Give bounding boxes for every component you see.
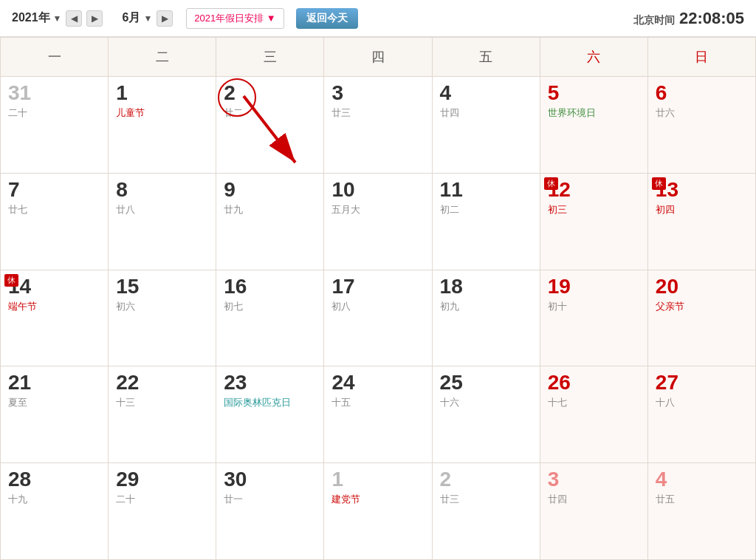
calendar-cell[interactable]: 4廿四 bbox=[432, 77, 540, 174]
day-number: 20 bbox=[656, 276, 748, 297]
day-number: 8 bbox=[116, 180, 208, 200]
calendar-cell[interactable]: 30廿一 bbox=[216, 463, 324, 560]
day-sublabel: 廿一 bbox=[224, 493, 316, 506]
day-number: 28 bbox=[8, 469, 100, 490]
calendar-header: 2021年 ▼ ◀ ▶ 6月 ▼ ▶ 2021年假日安排 ▼ 返回今天 北京时间… bbox=[0, 0, 756, 37]
calendar-cell[interactable]: 休14端午节 bbox=[1, 270, 109, 366]
calendar-cell[interactable]: 3廿四 bbox=[540, 463, 647, 560]
weekday-header-row: 一 二 三 四 五 六 日 bbox=[1, 38, 756, 77]
calendar-cell[interactable]: 22十三 bbox=[109, 366, 216, 463]
day-number: 10 bbox=[331, 180, 424, 200]
day-sublabel: 初八 bbox=[331, 300, 424, 313]
time-label: 北京时间 bbox=[633, 14, 675, 26]
calendar-cell[interactable]: 6廿六 bbox=[647, 77, 755, 174]
year-selector: 2021年 ▼ bbox=[12, 10, 61, 26]
calendar-week-3: 休14端午节15初六16初七17初八18初九19初十20父亲节 bbox=[1, 270, 756, 366]
day-sublabel: 二十 bbox=[116, 493, 208, 506]
calendar-cell[interactable]: 29二十 bbox=[109, 463, 216, 560]
calendar-cell[interactable]: 5世界环境日 bbox=[540, 77, 647, 174]
day-number: 4 bbox=[656, 469, 748, 490]
calendar-week-5: 28十九29二十30廿一1建党节2廿三3廿四4廿五 bbox=[1, 463, 756, 560]
calendar-table: 一 二 三 四 五 六 日 31二十1儿童节2廿二3廿三4廿四5世界环境日6廿六… bbox=[0, 37, 756, 560]
return-today-button[interactable]: 返回今天 bbox=[296, 8, 358, 29]
calendar-cell[interactable]: 23国际奥林匹克日 bbox=[216, 366, 324, 463]
day-number: 7 bbox=[8, 180, 100, 200]
year-dropdown[interactable]: ▼ bbox=[53, 13, 62, 24]
day-sublabel: 儿童节 bbox=[116, 106, 208, 120]
next-month-btn[interactable]: ▶ bbox=[157, 10, 173, 27]
day-number: 16 bbox=[224, 276, 316, 297]
calendar-cell[interactable]: 21夏至 bbox=[1, 366, 109, 463]
calendar-cell[interactable]: 休12初三 bbox=[540, 173, 647, 270]
header-left: 2021年 ▼ ◀ ▶ 6月 ▼ ▶ 2021年假日安排 ▼ 返回今天 bbox=[12, 8, 358, 29]
day-sublabel: 十五 bbox=[331, 396, 424, 409]
day-number: 13 bbox=[656, 180, 748, 200]
day-number: 14 bbox=[8, 276, 100, 297]
calendar-cell[interactable]: 31二十 bbox=[1, 77, 109, 174]
calendar-week-4: 21夏至22十三23国际奥林匹克日24十五25十六26十七27十八 bbox=[1, 366, 756, 463]
day-sublabel: 二十 bbox=[8, 106, 100, 120]
calendar-cell[interactable]: 20父亲节 bbox=[647, 270, 755, 366]
weekday-wed: 三 bbox=[216, 38, 324, 77]
calendar-cell[interactable]: 26十七 bbox=[540, 366, 647, 463]
weekday-thu: 四 bbox=[324, 38, 432, 77]
day-number: 3 bbox=[548, 469, 640, 490]
day-sublabel: 廿九 bbox=[224, 203, 316, 216]
calendar-cell[interactable]: 3廿三 bbox=[324, 77, 432, 174]
day-sublabel: 十九 bbox=[8, 493, 100, 506]
day-number: 19 bbox=[548, 276, 640, 297]
holiday-button[interactable]: 2021年假日安排 ▼ bbox=[186, 8, 284, 29]
day-sublabel: 十七 bbox=[548, 396, 640, 409]
day-number: 31 bbox=[8, 83, 100, 103]
weekday-fri: 五 bbox=[432, 38, 540, 77]
calendar-cell[interactable]: 11初二 bbox=[432, 173, 540, 270]
holiday-badge: 休 bbox=[652, 177, 666, 190]
day-number: 3 bbox=[331, 83, 424, 103]
calendar-cell[interactable]: 18初九 bbox=[432, 270, 540, 366]
calendar-body: 一 二 三 四 五 六 日 31二十1儿童节2廿二3廿三4廿四5世界环境日6廿六… bbox=[0, 37, 756, 560]
holiday-badge: 休 bbox=[544, 177, 558, 190]
day-sublabel: 廿八 bbox=[116, 203, 208, 216]
calendar-cell[interactable]: 28十九 bbox=[1, 463, 109, 560]
month-dropdown[interactable]: ▼ bbox=[143, 13, 152, 24]
day-number: 15 bbox=[116, 276, 208, 297]
day-number: 27 bbox=[656, 372, 748, 393]
day-sublabel: 初十 bbox=[548, 300, 640, 313]
calendar-cell[interactable]: 16初七 bbox=[216, 270, 324, 366]
next-year-btn[interactable]: ▶ bbox=[86, 10, 103, 27]
day-number: 22 bbox=[116, 372, 208, 393]
time-value: 22:08:05 bbox=[679, 9, 744, 27]
holiday-badge: 休 bbox=[4, 274, 18, 287]
day-number: 11 bbox=[440, 180, 532, 200]
day-number: 24 bbox=[331, 372, 424, 393]
day-number: 17 bbox=[331, 276, 424, 297]
calendar-cell[interactable]: 19初十 bbox=[540, 270, 647, 366]
day-sublabel: 初九 bbox=[440, 300, 532, 313]
calendar-cell[interactable]: 9廿九 bbox=[216, 173, 324, 270]
day-sublabel: 初六 bbox=[116, 300, 208, 313]
weekday-sun: 日 bbox=[647, 38, 755, 77]
calendar-cell[interactable]: 25十六 bbox=[432, 366, 540, 463]
calendar-cell[interactable]: 17初八 bbox=[324, 270, 432, 366]
day-sublabel: 初四 bbox=[656, 203, 748, 216]
day-sublabel: 父亲节 bbox=[656, 300, 748, 313]
day-sublabel: 世界环境日 bbox=[548, 106, 640, 120]
calendar-cell[interactable]: 8廿八 bbox=[109, 173, 216, 270]
day-sublabel: 初二 bbox=[440, 203, 532, 216]
calendar-cell[interactable]: 15初六 bbox=[109, 270, 216, 366]
calendar-cell[interactable]: 2廿三 bbox=[432, 463, 540, 560]
calendar-cell[interactable]: 7廿七 bbox=[1, 173, 109, 270]
prev-year-btn[interactable]: ◀ bbox=[66, 10, 82, 27]
calendar-cell[interactable]: 1儿童节 bbox=[109, 77, 216, 174]
calendar-cell[interactable]: 2廿二 bbox=[216, 77, 324, 174]
weekday-tue: 二 bbox=[109, 38, 216, 77]
day-number: 29 bbox=[116, 469, 208, 490]
calendar-cell[interactable]: 10五月大 bbox=[324, 173, 432, 270]
clock-display: 北京时间22:08:05 bbox=[633, 9, 744, 28]
calendar-cell[interactable]: 4廿五 bbox=[647, 463, 755, 560]
calendar-cell[interactable]: 24十五 bbox=[324, 366, 432, 463]
day-sublabel: 廿三 bbox=[331, 106, 424, 120]
calendar-cell[interactable]: 休13初四 bbox=[647, 173, 755, 270]
calendar-cell[interactable]: 27十八 bbox=[647, 366, 755, 463]
calendar-cell[interactable]: 1建党节 bbox=[324, 463, 432, 560]
